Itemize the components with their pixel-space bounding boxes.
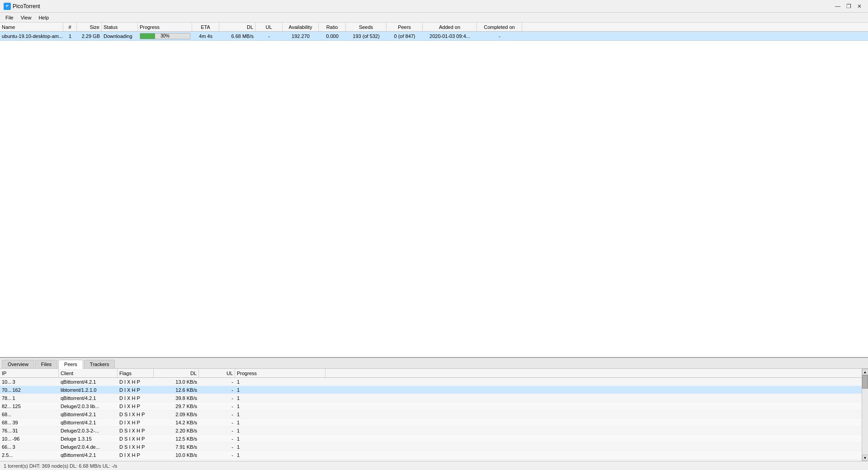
- bottom-panel: Overview Files Peers Trackers IP Client …: [0, 357, 868, 461]
- peer-progress: 1: [235, 427, 326, 434]
- list-item[interactable]: 66...3 Deluge/2.0.4.de... D S I X H P 7.…: [0, 443, 862, 451]
- peer-flags: D I X H P: [118, 451, 154, 459]
- peer-client: qBittorrent/4.2.1: [59, 410, 118, 418]
- peer-flags: D S I X H P: [118, 443, 154, 451]
- col-header-seeds[interactable]: Seeds: [346, 23, 387, 31]
- peers-column-headers: IP Client Flags DL UL Progress: [0, 369, 862, 378]
- col-header-availability[interactable]: Availability: [283, 23, 319, 31]
- peer-client: qBittorrent/4.2.1: [59, 418, 118, 426]
- peers-col-flags[interactable]: Flags: [118, 369, 154, 377]
- col-header-size[interactable]: Size: [77, 23, 102, 31]
- torrent-eta: 4m 4s: [192, 32, 219, 40]
- col-header-completed[interactable]: Completed on: [477, 23, 522, 31]
- peer-ip: 82...125: [0, 402, 59, 410]
- col-header-status[interactable]: Status: [102, 23, 138, 31]
- scroll-down-button[interactable]: ▼: [862, 455, 868, 461]
- peer-ip: 10...-96: [0, 435, 59, 442]
- menu-help[interactable]: Help: [35, 14, 52, 21]
- peer-flags: D I X H P: [118, 378, 154, 385]
- app-title: PicoTorrent: [13, 3, 40, 9]
- restore-button[interactable]: ❐: [844, 2, 854, 10]
- list-item[interactable]: 82...125 Deluge/2.0.3 lib... D I X H P 2…: [0, 402, 862, 410]
- col-header-dl[interactable]: DL: [219, 23, 255, 31]
- peer-dl: 2.20 KB/s: [154, 427, 199, 434]
- peer-flags: D I X H P: [118, 394, 154, 402]
- peer-dl: 13.0 KB/s: [154, 378, 199, 385]
- peer-ul: -: [199, 418, 235, 426]
- peer-ul: -: [199, 410, 235, 418]
- torrent-availability: 192.270: [283, 32, 319, 40]
- list-item[interactable]: 68...39 qBittorrent/4.2.1 D I X H P 14.2…: [0, 418, 862, 427]
- peer-dl: 10.0 KB/s: [154, 451, 199, 459]
- peers-table: IP Client Flags DL UL Progress 10...3 qB…: [0, 369, 862, 461]
- list-item[interactable]: 10...-96 Deluge 1.3.15 D S I X H P 12.5 …: [0, 435, 862, 443]
- col-header-ul[interactable]: UL: [255, 23, 283, 31]
- peer-flags: D I X H P: [118, 402, 154, 410]
- minimize-button[interactable]: —: [833, 2, 843, 10]
- menu-file[interactable]: File: [2, 14, 17, 21]
- torrent-hash: 1: [63, 32, 77, 40]
- close-button[interactable]: ✕: [854, 2, 864, 10]
- scroll-track[interactable]: [862, 375, 868, 455]
- peer-progress: 1: [235, 435, 326, 442]
- peer-dl: 12.6 KB/s: [154, 386, 199, 394]
- peer-client: Deluge 1.3.15: [59, 435, 118, 442]
- col-header-added[interactable]: Added on: [423, 23, 477, 31]
- col-header-eta[interactable]: ETA: [192, 23, 219, 31]
- table-row[interactable]: ubuntu-19.10-desktop-am... 1 2.29 GB Dow…: [0, 32, 868, 41]
- scroll-thumb[interactable]: [862, 375, 868, 389]
- tab-trackers[interactable]: Trackers: [84, 360, 115, 368]
- peer-progress: 1: [235, 386, 326, 394]
- peer-dl: 29.7 KB/s: [154, 402, 199, 410]
- peers-col-ul[interactable]: UL: [199, 369, 235, 377]
- torrent-ratio: 0.000: [319, 32, 346, 40]
- peer-flags: D I X H P: [118, 386, 154, 394]
- peers-col-client[interactable]: Client: [59, 369, 118, 377]
- peer-ul: -: [199, 394, 235, 402]
- tab-files[interactable]: Files: [35, 360, 57, 368]
- peer-client: qBittorrent/4.2.1: [59, 394, 118, 402]
- peers-col-dl[interactable]: DL: [154, 369, 199, 377]
- title-bar-controls: — ❐ ✕: [833, 2, 864, 10]
- col-header-ratio[interactable]: Ratio: [319, 23, 346, 31]
- peers-col-ip[interactable]: IP: [0, 369, 59, 377]
- peer-progress: 1: [235, 410, 326, 418]
- torrent-size: 2.29 GB: [77, 32, 102, 40]
- list-item[interactable]: 2.5... qBittorrent/4.2.1 D I X H P 10.0 …: [0, 451, 862, 459]
- peer-ip: 76...31: [0, 427, 59, 434]
- list-item[interactable]: 68... qBittorrent/4.2.1 D S I X H P 2.09…: [0, 410, 862, 418]
- col-header-peers[interactable]: Peers: [387, 23, 423, 31]
- list-item[interactable]: 70...162 libtorrent/1.2.1.0 D I X H P 12…: [0, 386, 862, 394]
- torrent-column-headers: Name # Size Status Progress ETA DL UL Av…: [0, 23, 868, 32]
- peer-dl: 12.5 KB/s: [154, 435, 199, 442]
- peer-ip: 78...1: [0, 394, 59, 402]
- peers-col-progress[interactable]: Progress: [235, 369, 326, 377]
- menu-bar: File View Help: [0, 13, 868, 23]
- peer-dl: 39.8 KB/s: [154, 394, 199, 402]
- list-item[interactable]: 10...3 qBittorrent/4.2.1 D I X H P 13.0 …: [0, 378, 862, 386]
- progress-bar: 30%: [140, 33, 190, 39]
- peer-dl: 7.91 KB/s: [154, 443, 199, 451]
- list-item[interactable]: 76...31 Deluge/2.0.3-2-... D S I X H P 2…: [0, 427, 862, 435]
- scrollbar[interactable]: ▲ ▼: [862, 369, 868, 461]
- peer-progress: 1: [235, 402, 326, 410]
- torrent-name: ubuntu-19.10-desktop-am...: [0, 32, 63, 40]
- list-item[interactable]: 78...1 qBittorrent/4.2.1 D I X H P 39.8 …: [0, 394, 862, 402]
- tab-overview[interactable]: Overview: [2, 360, 34, 368]
- tab-peers[interactable]: Peers: [58, 360, 83, 369]
- scroll-up-button[interactable]: ▲: [862, 369, 868, 375]
- col-header-hash[interactable]: #: [63, 23, 77, 31]
- peer-progress: 1: [235, 394, 326, 402]
- col-header-name[interactable]: Name: [0, 23, 63, 31]
- peer-dl: 2.09 KB/s: [154, 410, 199, 418]
- peer-client: Deluge/2.0.4.de...: [59, 443, 118, 451]
- torrent-ul: -: [255, 32, 283, 40]
- peer-progress: 1: [235, 443, 326, 451]
- app-icon: P: [4, 3, 11, 10]
- menu-view[interactable]: View: [17, 14, 35, 21]
- peer-ip: 70...162: [0, 386, 59, 394]
- col-header-progress[interactable]: Progress: [138, 23, 192, 31]
- torrent-progress: 30%: [138, 32, 192, 40]
- peer-ul: -: [199, 451, 235, 459]
- torrent-completed: -: [477, 32, 522, 40]
